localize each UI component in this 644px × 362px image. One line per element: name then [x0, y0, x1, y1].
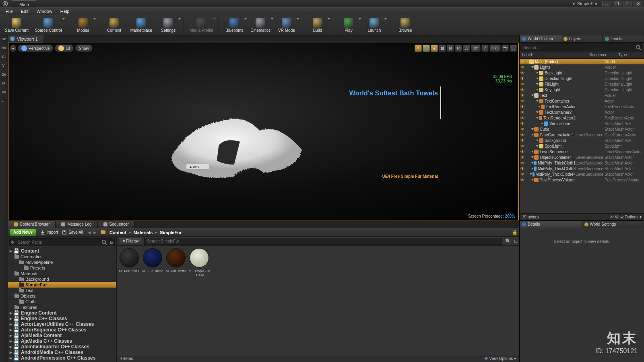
visibility-icon[interactable]: 👁 — [520, 71, 525, 75]
expand-icon[interactable] — [531, 66, 534, 68]
expand-icon[interactable] — [526, 61, 529, 62]
source-tree-item[interactable]: ▸💾Engine Content — [8, 310, 116, 316]
asset-item[interactable]: M_SimpleFur _Base — [189, 248, 209, 277]
outliner-row[interactable]: 👁BackLightDirectionalLight — [520, 70, 644, 76]
sources-tree[interactable]: ▸💾ContentCinematicsMoviePipelinePresetsM… — [8, 247, 116, 362]
outliner-row[interactable]: 👁TextFolder — [520, 93, 644, 98]
angle-snap-value[interactable]: 10° — [471, 45, 481, 52]
toolbar-build[interactable]: Build — [305, 16, 330, 35]
visibility-icon[interactable]: 👁 — [520, 116, 525, 120]
tab-details[interactable]: Details — [520, 221, 582, 228]
toolbar-launch[interactable]: Launch — [361, 16, 387, 35]
import-button[interactable]: Import — [40, 230, 58, 235]
source-tree-item[interactable]: ▸💾AlembicImporter C++ Classes — [8, 344, 116, 350]
tab-levels[interactable]: Levels — [603, 35, 644, 42]
expand-icon[interactable] — [536, 140, 539, 141]
expand-icon[interactable]: ▸ — [10, 338, 12, 344]
collapse-icon[interactable]: ⊟ — [109, 240, 114, 245]
dock-tab[interactable]: Vi — [1, 64, 7, 68]
outliner-row[interactable]: 👁TextRenderActor2TextRenderActor — [520, 115, 644, 121]
dock-tab[interactable]: Ci — [1, 55, 7, 59]
outliner-row[interactable]: 👁CubeStaticMeshActor — [520, 126, 644, 132]
outliner-row[interactable]: 👁Main (Editor)World — [520, 59, 644, 64]
menu-window[interactable]: Window — [33, 7, 56, 15]
dock-tab[interactable]: Ba — [1, 46, 7, 50]
source-tree-item[interactable]: ▸💾Content — [8, 248, 116, 254]
grid-snap-value[interactable]: 10 — [455, 45, 462, 52]
viewport-tab[interactable]: Viewport 1 — [8, 35, 43, 43]
expand-icon[interactable]: ▸ — [10, 310, 12, 316]
tab-message-log[interactable]: Message Log — [56, 221, 97, 228]
outliner-tree[interactable]: 👁Main (Editor)World👁LightsFolder👁BackLig… — [520, 59, 644, 213]
expand-icon[interactable]: ▸ — [10, 327, 12, 333]
expand-icon[interactable] — [536, 117, 539, 119]
outliner-row[interactable]: 👁LightsFolder — [520, 64, 644, 70]
outliner-row[interactable]: 👁CineCameraActor1LevelSequenceCineCamera… — [520, 132, 644, 138]
expand-icon[interactable]: ▸ — [10, 321, 12, 327]
viewport-3d[interactable]: ▾ Perspective Lit Show ✥ 🌐 ◉ ▦ ⊞ 10 △ 10… — [8, 43, 519, 220]
outliner-row[interactable]: 👁FillLightDirectionalLight — [520, 81, 644, 87]
expand-icon[interactable] — [536, 72, 539, 74]
source-tree-item[interactable]: Materials — [8, 271, 116, 276]
visibility-icon[interactable]: 👁 — [520, 133, 525, 137]
toolbar-cinematics[interactable]: Cinematics — [247, 16, 273, 35]
source-tree-item[interactable]: SimpleFur — [8, 282, 116, 288]
visibility-icon[interactable]: 👁 — [520, 76, 525, 81]
visibility-icon[interactable]: 👁 — [520, 172, 525, 177]
visibility-icon[interactable]: 👁 — [520, 144, 525, 148]
dock-tab[interactable]: Al — [1, 99, 7, 103]
expand-icon[interactable] — [536, 78, 539, 79]
asset-grid[interactable]: M_Fur_Inst1M_Fur_Inst2M_Fur_Inst3M_Simpl… — [117, 246, 519, 355]
expand-icon[interactable] — [536, 83, 539, 85]
transform-world-icon[interactable]: 🌐 — [423, 45, 430, 52]
menu-edit[interactable]: Edit — [17, 7, 33, 15]
angle-snap-icon[interactable]: △ — [463, 45, 470, 52]
dock-tab[interactable]: Ge — [1, 72, 7, 76]
source-tree-item[interactable]: Text — [8, 288, 116, 293]
expand-icon[interactable] — [531, 179, 534, 181]
outliner-row[interactable]: 👁TextContainerActor — [520, 98, 644, 104]
toolbar-browse[interactable]: Browse — [392, 16, 418, 35]
perspective-button[interactable]: Perspective — [18, 45, 53, 52]
expand-icon[interactable] — [536, 100, 539, 102]
save-all-button[interactable]: Save All — [62, 230, 83, 235]
tab-layers[interactable]: Layers — [561, 35, 603, 42]
outliner-row[interactable]: 👁DirectionalLightDirectionalLight — [520, 76, 644, 81]
source-tree-item[interactable]: MoviePipeline — [8, 259, 116, 265]
tab-world-outliner[interactable]: World Outliner — [520, 35, 561, 42]
dock-tab[interactable]: Vo — [1, 90, 7, 94]
expand-icon[interactable] — [531, 168, 534, 169]
visibility-icon[interactable]: 👁 — [520, 65, 525, 70]
toolbar-save-current[interactable]: Save Current — [2, 16, 32, 35]
outliner-row[interactable]: 👁MidPoly_ThickCloth1LevelSequenceStaticM… — [520, 160, 644, 166]
lock-icon[interactable]: 🔒 — [512, 230, 518, 235]
visibility-icon[interactable]: 👁 — [520, 99, 525, 103]
expand-icon[interactable] — [536, 89, 539, 90]
expand-icon[interactable]: ▸ — [10, 333, 12, 338]
outliner-row[interactable]: 👁LevelSequenceLevelSequenceActor — [520, 149, 644, 154]
visibility-icon[interactable]: 👁 — [520, 178, 525, 182]
outliner-row[interactable]: 👁BackgroundStaticMeshActor — [520, 138, 644, 143]
tab-world-settings[interactable]: World Settings — [582, 221, 644, 228]
transform-local-icon[interactable]: ◉ — [431, 45, 438, 52]
restore-button[interactable]: ❐ — [613, 1, 621, 6]
outliner-view-options[interactable]: 👁 View Options ▾ — [610, 215, 642, 219]
lit-button[interactable]: Lit — [55, 45, 74, 52]
outliner-row[interactable]: 👁TextRenderActorTextRenderActor — [520, 104, 644, 109]
expand-icon[interactable] — [531, 162, 534, 164]
visibility-icon[interactable]: 👁 — [520, 167, 525, 171]
visibility-icon[interactable]: 👁 — [520, 60, 525, 64]
minimize-button[interactable]: – — [602, 1, 611, 6]
source-tree-item[interactable]: Background — [8, 276, 116, 282]
expand-icon[interactable] — [531, 156, 534, 158]
expand-icon[interactable] — [530, 173, 532, 175]
expand-icon[interactable] — [531, 95, 534, 96]
dock-tab[interactable]: Re — [1, 37, 7, 41]
toolbar-blueprints[interactable]: Blueprints — [221, 16, 247, 35]
asset-search-input[interactable] — [144, 238, 502, 245]
outliner-search[interactable] — [520, 43, 643, 51]
outliner-row[interactable]: 👁SpotLightSpotLight — [520, 143, 644, 149]
menu-help[interactable]: Help — [56, 7, 74, 15]
breadcrumb-segment[interactable]: Materials — [134, 230, 153, 235]
toolbar-source-control[interactable]: Source Control — [32, 16, 65, 35]
